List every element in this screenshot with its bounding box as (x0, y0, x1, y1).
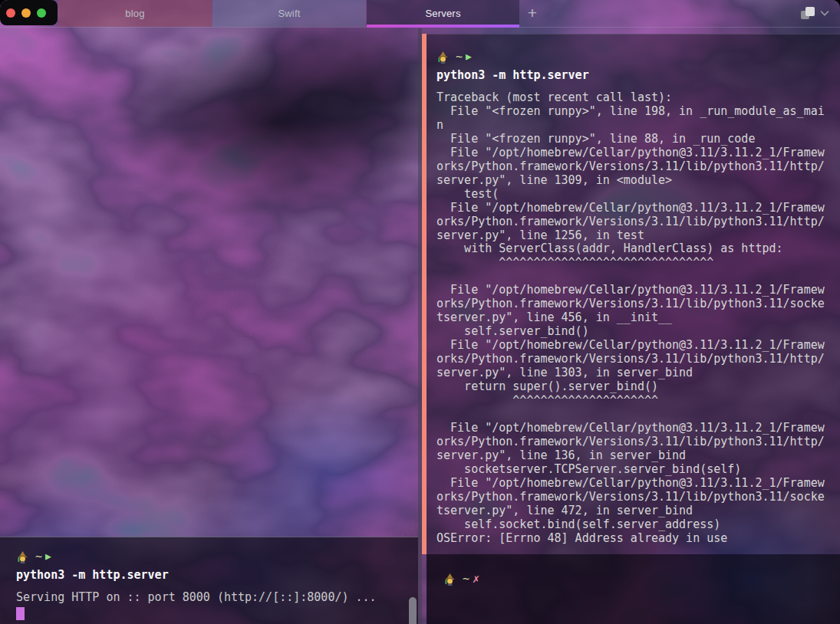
close-button[interactable] (6, 8, 15, 18)
left-terminal-pane[interactable]: ~ ▶ python3 -m http.server Serving HTTP … (0, 28, 418, 624)
right-pane-new-prompt-block: ~ ✗ (427, 554, 840, 624)
prompt-cwd: ~ (35, 550, 42, 563)
terminal-window: blog Swift Servers + (0, 0, 840, 624)
wizard-emoji-icon (443, 573, 456, 586)
profile-switcher-icon[interactable] (799, 5, 817, 21)
chevron-down-icon[interactable] (820, 10, 829, 16)
tab-label: blog (125, 8, 144, 19)
prompt-error-icon: ✗ (473, 572, 479, 586)
prompt-arrow-icon: ▶ (45, 550, 51, 563)
wizard-emoji-icon (16, 550, 29, 563)
wizard-emoji-icon (436, 51, 450, 64)
server-output-text: Serving HTTP on :: port 8000 (http://[::… (16, 590, 418, 604)
prompt-line: ~ ✗ (443, 572, 840, 586)
command-text: python3 -m http.server (16, 568, 418, 582)
window-controls (0, 0, 58, 25)
tab-bar: blog Swift Servers + (0, 0, 840, 28)
prompt-line: ~ ▶ (436, 50, 840, 64)
tab-label: Swift (278, 8, 300, 19)
prompt-arrow-icon: ▶ (466, 50, 472, 64)
left-pane-command-block: ~ ▶ python3 -m http.server Serving HTTP … (0, 537, 418, 624)
command-text: python3 -m http.server (436, 68, 840, 82)
right-terminal-pane[interactable]: ~ ▶ python3 -m http.server Traceback (mo… (427, 28, 840, 624)
tab-servers[interactable]: Servers (367, 0, 519, 27)
prompt-line: ~ ▶ (16, 550, 418, 563)
scrollbar-thumb[interactable] (409, 597, 417, 624)
prompt-cwd: ~ (463, 572, 469, 586)
new-tab-button[interactable]: + (522, 2, 542, 24)
zoom-button[interactable] (37, 8, 46, 18)
tab-swift[interactable]: Swift (212, 0, 366, 27)
right-pane-command-block: ~ ▶ python3 -m http.server Traceback (mo… (427, 34, 840, 554)
minimize-button[interactable] (21, 8, 31, 18)
titlebar-tools (799, 5, 829, 21)
active-tab-indicator (367, 25, 519, 28)
terminal-cursor (16, 607, 25, 620)
failed-command-indicator-bar (422, 34, 427, 554)
tab-blog[interactable]: blog (58, 0, 212, 27)
prompt-cwd: ~ (456, 50, 463, 64)
traceback-output: Traceback (most recent call last): File … (436, 91, 840, 545)
tab-label: Servers (425, 8, 460, 19)
